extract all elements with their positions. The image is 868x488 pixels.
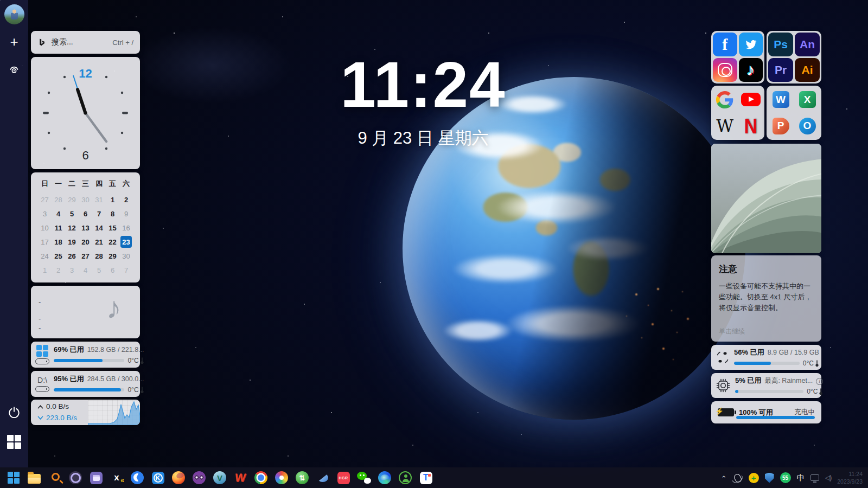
battery-widget[interactable]: ⚡ 100% 可用 充电中 bbox=[711, 401, 821, 423]
calendar-day[interactable]: 18 bbox=[52, 235, 65, 249]
cpu-widget[interactable]: 5% 已用最高: Rainmet... i 0°C bbox=[711, 373, 821, 398]
ram-widget[interactable]: 56% 已用8.9 GB / 15.9 GB 0°C bbox=[711, 345, 821, 370]
premiere-icon[interactable]: Pr bbox=[768, 58, 793, 82]
tray-clock[interactable]: 11:24 2023/9/23 bbox=[837, 470, 863, 485]
chrome-icon[interactable] bbox=[254, 471, 268, 485]
calendar-day[interactable]: 25 bbox=[52, 249, 65, 263]
calendar-day[interactable]: 4 bbox=[52, 207, 65, 221]
green-user-app-icon[interactable] bbox=[398, 471, 412, 485]
netflix-icon[interactable]: N bbox=[739, 112, 763, 140]
monitor-icon[interactable] bbox=[810, 474, 819, 481]
instagram-icon[interactable] bbox=[713, 58, 737, 82]
calendar-day[interactable]: 1 bbox=[38, 263, 52, 277]
antivirus-icon[interactable]: + bbox=[749, 473, 759, 483]
calendar-day[interactable]: 14 bbox=[92, 221, 106, 235]
info-icon[interactable]: i bbox=[816, 378, 823, 385]
pc-manager-score-icon[interactable]: 55 bbox=[780, 472, 791, 483]
keepass-icon[interactable]: K bbox=[151, 471, 165, 485]
calendar-day[interactable]: 3 bbox=[38, 207, 52, 221]
calendar-day[interactable]: 15 bbox=[106, 221, 119, 235]
loop-app-icon[interactable] bbox=[68, 471, 82, 485]
tiktok-icon[interactable]: ♪ bbox=[739, 58, 763, 82]
firefox-icon[interactable] bbox=[171, 471, 186, 485]
calendar-day[interactable]: 5 bbox=[92, 263, 106, 277]
add-widget-button[interactable]: + bbox=[0, 34, 28, 50]
photoshop-icon[interactable]: Ps bbox=[768, 33, 793, 56]
file-explorer-icon[interactable] bbox=[27, 471, 41, 485]
start-launcher-button[interactable] bbox=[0, 435, 28, 449]
calendar-day[interactable]: 7 bbox=[92, 207, 106, 221]
toggle-visibility-button[interactable] bbox=[0, 63, 28, 76]
calendar-day[interactable]: 2 bbox=[52, 263, 65, 277]
user-avatar[interactable] bbox=[4, 4, 24, 24]
wikipedia-icon[interactable]: W bbox=[713, 114, 737, 139]
twitter-icon[interactable] bbox=[739, 33, 763, 56]
volume-icon[interactable]: ◁) bbox=[825, 474, 831, 481]
calendar-widget[interactable]: 日一二三四五六 272829303112 3456789 10111213141… bbox=[31, 172, 140, 282]
disk-c-widget[interactable]: 69% 已用152.8 GB / 221.8... 0°C bbox=[31, 342, 140, 368]
illustrator-icon[interactable]: Ai bbox=[795, 58, 820, 82]
google-icon[interactable] bbox=[713, 87, 737, 112]
v2ray-icon[interactable]: V bbox=[213, 471, 227, 485]
calendar-day[interactable]: 3 bbox=[65, 263, 79, 277]
start-button[interactable] bbox=[7, 471, 21, 485]
calendar-day[interactable]: 5 bbox=[65, 207, 79, 221]
calendar-day[interactable]: 19 bbox=[65, 235, 79, 249]
wave-app-icon[interactable] bbox=[316, 471, 330, 485]
ime-indicator[interactable]: 中 bbox=[797, 473, 805, 483]
calendar-day[interactable]: 26 bbox=[65, 249, 79, 263]
calendar-day[interactable]: 1 bbox=[106, 192, 119, 207]
music-widget[interactable]: --- ♪ bbox=[31, 286, 140, 338]
facebook-icon[interactable]: f bbox=[713, 33, 737, 56]
disk-d-widget[interactable]: D:\ 95% 已用284.5 GB / 300.0... 0°C bbox=[31, 371, 140, 397]
powerpoint-icon[interactable]: P bbox=[768, 114, 793, 139]
wps-office-icon[interactable]: W bbox=[232, 471, 248, 485]
calendar-day-selected[interactable]: 23 bbox=[120, 236, 132, 248]
calendar-day[interactable]: 28 bbox=[92, 249, 106, 263]
calendar-day[interactable]: 29 bbox=[106, 249, 119, 263]
analog-clock-widget[interactable]: 12 6 bbox=[31, 57, 140, 169]
notice-card[interactable]: 注意 一些设备可能不支持其中的一些功能。切换至 4x1 尺寸后，将仅显示音量控制… bbox=[711, 255, 821, 342]
calendar-day[interactable]: 20 bbox=[79, 235, 92, 249]
calendar-day[interactable]: 22 bbox=[106, 235, 119, 249]
archive-app-icon[interactable] bbox=[89, 471, 103, 485]
c-browser-icon[interactable] bbox=[130, 471, 144, 485]
notice-continue-action[interactable]: 单击继续 bbox=[719, 327, 745, 336]
calendar-day[interactable]: 27 bbox=[79, 249, 92, 263]
calendar-day[interactable]: 11 bbox=[52, 221, 65, 235]
mouse-utility-icon[interactable] bbox=[733, 473, 743, 483]
bloom-image-widget[interactable] bbox=[711, 144, 821, 253]
search-icon[interactable] bbox=[48, 471, 62, 485]
calendar-day[interactable]: 4 bbox=[79, 263, 92, 277]
speedup-ball-icon[interactable]: ⇅ bbox=[295, 471, 309, 485]
tencent-docs-icon[interactable]: T bbox=[419, 471, 433, 485]
tray-expand-chevron-icon[interactable]: ⌃ bbox=[721, 474, 727, 483]
word-icon[interactable]: W bbox=[768, 87, 793, 112]
defender-alert-icon[interactable] bbox=[765, 473, 774, 483]
browser-360-icon[interactable] bbox=[275, 471, 289, 485]
network-widget[interactable]: 0.0 B/s 223.0 B/s bbox=[31, 400, 140, 425]
excel-icon[interactable]: X bbox=[795, 87, 820, 112]
calendar-day[interactable]: 17 bbox=[38, 235, 52, 249]
calendar-day[interactable]: 7 bbox=[119, 263, 133, 277]
calendar-day[interactable]: 24 bbox=[38, 249, 52, 263]
calendar-day[interactable]: 9 bbox=[119, 207, 133, 221]
animate-icon[interactable]: An bbox=[795, 33, 820, 56]
calendar-day[interactable]: 6 bbox=[79, 207, 92, 221]
calendar-day[interactable]: 30 bbox=[79, 192, 92, 207]
owl-app-icon[interactable] bbox=[192, 471, 206, 485]
calendar-day[interactable]: 30 bbox=[119, 249, 133, 263]
calendar-day[interactable]: 28 bbox=[52, 192, 65, 207]
calendar-day[interactable]: 8 bbox=[106, 207, 119, 221]
calendar-day[interactable]: 6 bbox=[106, 263, 119, 277]
search-widget[interactable]: 搜索... Ctrl + / bbox=[31, 31, 140, 54]
calendar-day[interactable]: 21 bbox=[92, 235, 106, 249]
edge-icon[interactable] bbox=[378, 471, 392, 485]
outlook-icon[interactable]: O bbox=[795, 114, 820, 139]
calendar-day[interactable]: 31 bbox=[92, 192, 106, 207]
calendar-day[interactable]: 13 bbox=[79, 221, 92, 235]
youtube-icon[interactable] bbox=[739, 87, 763, 112]
red-app-icon[interactable]: HGR bbox=[336, 471, 350, 485]
calendar-day[interactable]: 16 bbox=[119, 221, 133, 235]
calendar-day[interactable]: 10 bbox=[38, 221, 52, 235]
